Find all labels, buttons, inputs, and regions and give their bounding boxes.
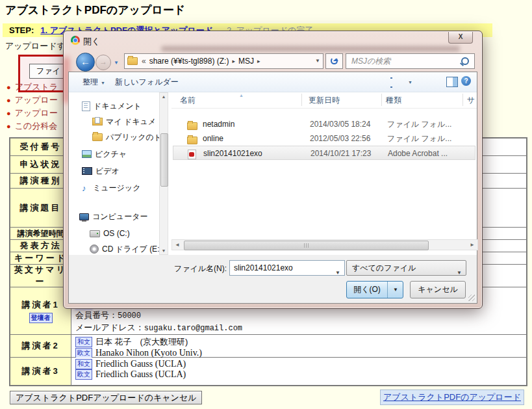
file-select-button[interactable]: ファイ bbox=[29, 64, 68, 79]
nav-item-public-documents[interactable]: パブリックのト bbox=[92, 131, 162, 143]
pdf-file-icon bbox=[188, 150, 196, 159]
step-label: STEP: bbox=[9, 25, 34, 35]
folder-icon bbox=[187, 122, 197, 130]
nav-item-cd-drive[interactable]: CD ドライブ (E: bbox=[90, 243, 159, 255]
dialog-titlebar[interactable]: 開く X bbox=[64, 31, 482, 51]
horizontal-scrollbar[interactable]: ◄ ► bbox=[171, 239, 478, 250]
row-label: 講演者3 bbox=[10, 358, 71, 385]
breadcrumb-share[interactable]: share (¥¥ts-tgl898) (Z:) bbox=[149, 54, 229, 68]
nav-item-my-documents[interactable]: マイ ドキュメ bbox=[92, 116, 156, 127]
pdf-upload-link[interactable]: アブストラクトPDFのアップロード bbox=[380, 389, 524, 405]
column-size[interactable]: サ bbox=[467, 95, 475, 106]
nav-item-computer[interactable]: コンピューター bbox=[79, 211, 147, 222]
obun-badge: 欧文 bbox=[75, 348, 92, 358]
row-content: 和文日本 花子 (京大数理研) 欧文Hanako Nihon (Kyoto Un… bbox=[71, 335, 526, 357]
sort-ascending-icon: ▲ bbox=[239, 93, 244, 98]
chevron-down-icon: ▼ bbox=[101, 81, 105, 85]
hard-drive-icon bbox=[90, 230, 100, 237]
back-button[interactable]: ← bbox=[76, 53, 95, 72]
nav-item-os-c[interactable]: OS (C:) bbox=[90, 228, 130, 239]
forward-button[interactable]: → bbox=[95, 55, 111, 70]
scroll-up-icon[interactable]: ▲ bbox=[160, 94, 168, 99]
scroll-right-icon[interactable]: ► bbox=[470, 242, 475, 248]
filename-label: ファイル名(N): bbox=[134, 263, 227, 274]
speaker2-en: Hanako Nihon (Kyoto Univ.) bbox=[95, 348, 202, 358]
scroll-left-icon[interactable]: ◄ bbox=[175, 242, 180, 248]
row-label: 受付番号 bbox=[10, 139, 71, 155]
document-icon bbox=[82, 101, 90, 111]
open-file-dialog: 開く X ← → ▼ « share (¥¥ts-tgl898) (Z:) ▸ … bbox=[63, 31, 483, 309]
row-label: 発表方法 bbox=[10, 240, 71, 252]
nav-item-documents[interactable]: ドキュメント bbox=[82, 100, 142, 112]
scroll-down-icon[interactable]: ▼ bbox=[160, 248, 168, 253]
wabun-badge: 和文 bbox=[75, 359, 92, 369]
refresh-icon bbox=[331, 57, 338, 64]
row-label: 講演題目 bbox=[10, 189, 71, 227]
open-split-dropdown-icon[interactable]: ▼ bbox=[387, 282, 403, 298]
wabun-badge: 和文 bbox=[75, 337, 92, 347]
refresh-button[interactable] bbox=[325, 53, 343, 69]
chevron-down-icon[interactable]: ▼ bbox=[335, 266, 340, 280]
file-row-selected-pdf[interactable]: slin20141021exo 2014/10/21 17:23 Adobe A… bbox=[173, 146, 475, 160]
speaker3-jp: Friedlich Gauss (UCLA) bbox=[95, 359, 186, 369]
pdf-upload-cancel-button[interactable]: アブストラクトPDFアップロードのキャンセル bbox=[10, 391, 202, 404]
table-row-speaker3: 講演者3 和文Friedlich Gauss (UCLA) 欧文Friedlic… bbox=[10, 358, 526, 385]
search-input[interactable]: MSJの検索 bbox=[346, 53, 475, 69]
history-dropdown-icon[interactable]: ▼ bbox=[114, 60, 119, 66]
presenter-badge: 登壇者 bbox=[29, 313, 53, 323]
mail-label: メールアドレス： bbox=[75, 323, 144, 332]
column-divider[interactable] bbox=[381, 94, 382, 106]
scrollbar-thumb[interactable] bbox=[184, 241, 429, 250]
music-note-icon: ♪ bbox=[82, 184, 90, 192]
help-button[interactable]: ? bbox=[461, 76, 471, 86]
dialog-body: 整理▼ 新しいフォルダー ▼ ? ドキュメント マイ ドキュメ パブリックのト … bbox=[68, 72, 477, 304]
view-dropdown-icon[interactable]: ▼ bbox=[408, 80, 412, 85]
file-row-netadmin[interactable]: netadmin 2014/03/05 18:24 ファイル フォル... bbox=[173, 117, 475, 131]
list-item[interactable]: ●アップロー bbox=[6, 107, 58, 120]
crumb-separator-icon: ▸ bbox=[257, 54, 260, 68]
column-headers: 名前 ▲ 更新日時 種類 サ bbox=[171, 92, 477, 109]
crumb-back-icon[interactable]: « bbox=[142, 54, 146, 68]
member-label: 会員番号： bbox=[75, 310, 118, 320]
nav-item-videos[interactable]: ビデオ bbox=[82, 165, 120, 177]
file-row-online[interactable]: online 2012/05/03 22:56 ファイル フォル... bbox=[173, 131, 475, 146]
filetype-select[interactable]: すべてのファイル ▼ bbox=[346, 260, 466, 276]
column-divider[interactable] bbox=[462, 94, 463, 106]
member-value: 50000 bbox=[118, 311, 141, 321]
nav-item-music[interactable]: ♪ミュージック bbox=[82, 182, 140, 194]
list-item[interactable]: ●この分科会 bbox=[6, 120, 58, 133]
row-label: 英文サマリー bbox=[10, 265, 71, 287]
search-icon bbox=[461, 57, 469, 65]
preview-pane-button[interactable] bbox=[446, 77, 458, 87]
computer-icon bbox=[79, 213, 89, 220]
column-type[interactable]: 種類 bbox=[386, 95, 401, 106]
folder-icon bbox=[92, 133, 103, 141]
column-name[interactable]: 名前 bbox=[180, 95, 196, 106]
row-label: 申込状況 bbox=[10, 156, 71, 173]
nav-item-pictures[interactable]: ピクチャ bbox=[82, 148, 127, 160]
column-date[interactable]: 更新日時 bbox=[309, 95, 340, 106]
folder-icon bbox=[127, 57, 138, 65]
nav-scrollbar[interactable]: ▲ ▼ bbox=[159, 92, 168, 255]
table-row-speaker2: 講演者2 和文日本 花子 (京大数理研) 欧文Hanako Nihon (Kyo… bbox=[10, 335, 526, 358]
dialog-bottom-panel: ファイル名(N): slin20141021exo ▼ すべてのファイル ▼ 開… bbox=[69, 255, 477, 303]
list-item[interactable]: ●アップロー bbox=[6, 94, 58, 107]
chrome-icon bbox=[71, 36, 80, 45]
speaker2-jp: 日本 花子 (京大数理研) bbox=[95, 337, 188, 347]
resize-grip[interactable] bbox=[468, 295, 475, 301]
command-toolbar: 整理▼ 新しいフォルダー ▼ ? bbox=[69, 72, 477, 92]
list-item[interactable]: ●アブストラ bbox=[6, 81, 58, 94]
organize-menu[interactable]: 整理▼ bbox=[82, 77, 105, 88]
dialog-cancel-button[interactable]: キャンセル bbox=[410, 281, 466, 298]
change-view-button[interactable] bbox=[394, 77, 405, 86]
notes-list: ●アブストラ ●アップロー ●アップロー ●この分科会 bbox=[6, 81, 58, 133]
column-divider[interactable] bbox=[301, 94, 302, 106]
filename-input[interactable]: slin20141021exo ▼ bbox=[229, 260, 345, 276]
close-button[interactable]: X bbox=[448, 32, 473, 44]
open-button[interactable]: 開く(O) ▼ bbox=[346, 281, 403, 298]
address-bar[interactable]: « share (¥¥ts-tgl898) (Z:) ▸ MSJ ▸ ▼ bbox=[124, 53, 323, 69]
address-dropdown-icon[interactable]: ▼ bbox=[315, 54, 320, 68]
new-folder-button[interactable]: 新しいフォルダー bbox=[115, 77, 179, 88]
breadcrumb-msj[interactable]: MSJ bbox=[238, 54, 254, 68]
scrollbar-thumb[interactable] bbox=[160, 133, 168, 187]
